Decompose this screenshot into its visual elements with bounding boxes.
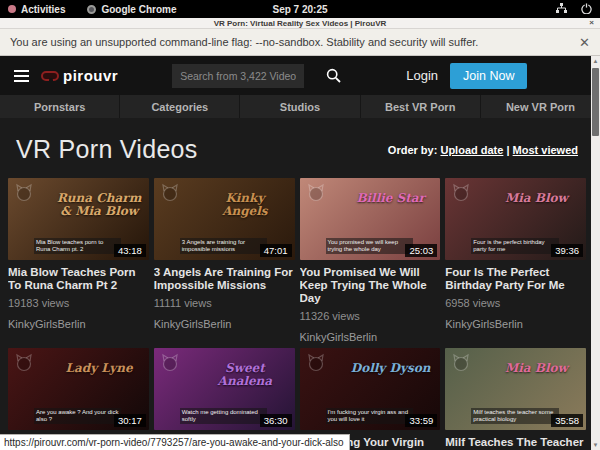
studio-watermark-cat-icon (14, 353, 34, 377)
page-heading-row: VR Porn Videos Order by: Upload date | M… (0, 118, 600, 178)
thumbnail-caption: Four is the perfect birthday party for m… (471, 238, 558, 254)
video-views: 11326 views (300, 310, 441, 322)
chrome-infobar: You are using an unsupported command-lin… (0, 29, 600, 56)
nav-item-new-vr-porn[interactable]: New VR Porn (481, 95, 600, 118)
video-title[interactable]: 3 Angels Are Training For Impossible Mis… (154, 266, 295, 292)
activities-label: Activities (21, 4, 65, 15)
duration-badge: 25:03 (405, 244, 437, 257)
duration-badge: 33:59 (405, 414, 437, 427)
thumbnail-caption: You promised we will keep trying the who… (326, 238, 413, 254)
studio-watermark-cat-icon (306, 353, 326, 377)
login-link[interactable]: Login (406, 68, 438, 83)
studio-watermark-cat-icon (14, 183, 34, 207)
vr-goggles-logo-icon (41, 71, 59, 81)
status-bar-url: https://pirouvr.com/vr-porn-video/779325… (0, 434, 350, 450)
order-by-most-viewed-link[interactable]: Most viewed (513, 144, 578, 156)
studio-watermark-cat-icon (306, 183, 326, 207)
duration-badge: 36:30 (260, 414, 292, 427)
page-title: VR Porn Videos (16, 135, 198, 164)
studio-watermark-cat-icon (160, 353, 180, 377)
studio-link[interactable]: KinkyGirlsBerlin (445, 318, 586, 330)
scrollbar[interactable]: ▲ ▼ (591, 56, 600, 450)
search-icon (326, 68, 341, 83)
chrome-label: Google Chrome (101, 4, 176, 15)
scroll-down-icon[interactable]: ▼ (593, 440, 599, 450)
video-title[interactable]: You Promised We Will Keep Trying The Who… (300, 266, 441, 305)
system-top-bar: Sep 7 20:25 Activities Google Chrome (0, 0, 600, 18)
nav-item-pornstars[interactable]: Pornstars (0, 95, 120, 118)
video-card[interactable]: Billie Star You promised we will keep tr… (300, 178, 441, 343)
video-title[interactable]: Four Is The Perfect Birthday Party For M… (445, 266, 586, 292)
thumbnail-performer-name: Billie Star (347, 192, 434, 205)
site-logo[interactable]: pirouvr (41, 67, 118, 84)
order-by-upload-date-link[interactable]: Upload date (440, 144, 503, 156)
join-now-button[interactable]: Join Now (450, 63, 527, 89)
power-icon[interactable] (581, 3, 592, 16)
video-thumbnail[interactable]: Sweet Analena Watch me getting dominated… (154, 348, 295, 430)
thumbnail-caption: I'm fucking your virgin ass and you will… (326, 408, 413, 424)
thumbnail-caption: Mia Blow teaches porn to Runa Charm pt. … (34, 238, 121, 254)
chrome-app-indicator[interactable]: Google Chrome (87, 4, 176, 15)
video-thumbnail[interactable]: Runa Charm & Mia Blow Mia Blow teaches p… (8, 178, 149, 260)
search-button[interactable] (304, 64, 362, 88)
hamburger-menu-icon[interactable] (14, 67, 29, 85)
nav-item-best-vr-porn[interactable]: Best VR Porn (361, 95, 481, 118)
thumbnail-caption: Are you awake ? And your dick also ? (34, 408, 121, 424)
video-card[interactable]: Runa Charm & Mia Blow Mia Blow teaches p… (8, 178, 149, 343)
thumbnail-performer-name: Runa Charm & Mia Blow (56, 192, 143, 218)
studio-watermark-cat-icon (451, 353, 471, 377)
infobar-message: You are using an unsupported command-lin… (10, 36, 478, 48)
duration-badge: 43:18 (114, 244, 146, 257)
duration-badge: 30:17 (114, 414, 146, 427)
scroll-up-icon[interactable]: ▲ (593, 56, 599, 66)
order-by-separator: | (503, 144, 512, 156)
studio-watermark-cat-icon (451, 183, 471, 207)
video-thumbnail[interactable]: Lady Lyne Are you awake ? And your dick … (8, 348, 149, 430)
nav-item-categories[interactable]: Categories (120, 95, 240, 118)
studio-link[interactable]: KinkyGirlsBerlin (8, 318, 149, 330)
video-views: 19183 views (8, 297, 149, 309)
browser-tab-title: VR Porn: Virtual Reality Sex Videos | Pi… (214, 19, 387, 28)
thumbnail-performer-name: Dolly Dyson (347, 362, 434, 375)
studio-link[interactable]: KinkyGirlsBerlin (154, 318, 295, 330)
video-card[interactable]: Mia Blow Milf teaches the teacher some p… (445, 348, 586, 450)
video-card[interactable]: Kinky Angels 3 Angels are training for i… (154, 178, 295, 343)
nav-item-studios[interactable]: Studios (240, 95, 360, 118)
thumbnail-performer-name: Mia Blow (493, 192, 580, 205)
main-nav: Pornstars Categories Studios Best VR Por… (0, 95, 600, 118)
infobar-close-icon[interactable]: ✕ (579, 36, 590, 49)
browser-title-bar: VR Porn: Virtual Reality Sex Videos | Pi… (0, 18, 600, 29)
order-by-label: Order by: (388, 144, 438, 156)
video-thumbnail[interactable]: Kinky Angels 3 Angels are training for i… (154, 178, 295, 260)
network-icon[interactable] (556, 3, 567, 16)
site-header: pirouvr Login Join Now (0, 56, 600, 95)
video-thumbnail[interactable]: Billie Star You promised we will keep tr… (300, 178, 441, 260)
thumbnail-caption: 3 Angels are training for impossible mis… (180, 238, 267, 254)
duration-badge: 47:01 (260, 244, 292, 257)
search-input[interactable] (172, 64, 304, 88)
tab-close-icon[interactable]: × (589, 18, 594, 27)
order-by: Order by: Upload date | Most viewed (388, 144, 578, 156)
thumbnail-performer-name: Kinky Angels (201, 192, 288, 218)
thumbnail-performer-name: Sweet Analena (201, 362, 288, 388)
video-title[interactable]: Mia Blow Teaches Porn To Runa Charm Pt 2 (8, 266, 149, 292)
video-thumbnail[interactable]: Mia Blow Milf teaches the teacher some p… (445, 348, 586, 430)
thumbnail-performer-name: Lady Lyne (56, 362, 143, 375)
video-grid: Runa Charm & Mia Blow Mia Blow teaches p… (0, 178, 600, 450)
video-card[interactable]: Mia Blow Four is the perfect birthday pa… (445, 178, 586, 343)
video-thumbnail[interactable]: Mia Blow Four is the perfect birthday pa… (445, 178, 586, 260)
studio-link[interactable]: KinkyGirlsBerlin (300, 331, 441, 343)
duration-badge: 35:58 (551, 414, 583, 427)
video-views: 6958 views (445, 297, 586, 309)
activities-icon (8, 5, 16, 13)
logo-text: pirouvr (63, 67, 118, 84)
chrome-icon (87, 5, 96, 14)
thumbnail-caption: Milf teaches the teacher some practical … (471, 408, 558, 424)
duration-badge: 39:36 (551, 244, 583, 257)
scrollbar-thumb[interactable] (592, 68, 599, 136)
video-thumbnail[interactable]: Dolly Dyson I'm fucking your virgin ass … (300, 348, 441, 430)
webpage: pirouvr Login Join Now Pornstars Categor… (0, 56, 600, 450)
studio-watermark-cat-icon (160, 183, 180, 207)
activities-button[interactable]: Activities (8, 4, 65, 15)
video-title[interactable]: Milf Teaches The Teacher Some Practical … (445, 436, 586, 450)
